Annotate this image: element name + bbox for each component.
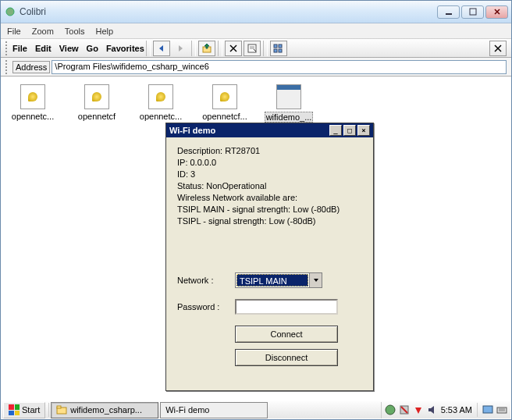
address-bar: Address \Program Files\wifidemo_csharp_w…: [1, 58, 511, 77]
back-button[interactable]: [153, 41, 170, 56]
titlebar: Colibri: [1, 1, 511, 23]
taskbar-button-label: Wi-Fi demo: [165, 405, 209, 415]
dll-icon: [148, 84, 173, 109]
network-select-value: TSIPL MAIN: [236, 274, 308, 287]
svg-rect-1: [446, 13, 452, 15]
wifi-close-button[interactable]: ×: [357, 125, 370, 136]
tmenu-favorites[interactable]: Favorites: [106, 44, 144, 53]
wifi-ip: IP: 0.0.0.0: [177, 157, 362, 169]
wifi-id: ID: 3: [177, 169, 362, 180]
start-label: Start: [22, 405, 40, 415]
file-label: opennetc...: [140, 112, 182, 121]
wifi-body: Description: RT28701 IP: 0.0.0.0 ID: 3 S…: [166, 137, 373, 374]
window-title: Colibri: [20, 6, 437, 17]
app-icon: [4, 5, 16, 18]
chevron-down-icon[interactable]: [309, 273, 322, 287]
address-input[interactable]: \Program Files\wifidemo_csharp_wince6: [52, 60, 507, 74]
wifi-status: Status: NonOperational: [177, 180, 362, 192]
network-select[interactable]: TSIPL MAIN: [235, 272, 322, 288]
up-folder-button[interactable]: [198, 41, 215, 56]
minimize-button[interactable]: [437, 5, 460, 19]
tmenu-file[interactable]: File: [12, 44, 27, 53]
folder-icon: [56, 405, 67, 415]
svg-rect-22: [483, 406, 492, 413]
toolbar-close-button[interactable]: [489, 41, 507, 56]
file-label: opennetc...: [12, 112, 54, 121]
delete-button[interactable]: [225, 41, 242, 56]
emulator-menubar: File Zoom Tools Help: [1, 23, 511, 39]
host-window: Colibri File Zoom Tools Help File Edit V…: [0, 0, 512, 420]
address-label: Address: [12, 61, 50, 73]
wifi-network-1: TSIPL MAIN - signal strength: Low (-80dB…: [177, 204, 362, 215]
forward-button[interactable]: [172, 41, 189, 56]
svg-rect-18: [57, 406, 61, 408]
tray-keyboard-icon[interactable]: [496, 404, 507, 415]
file-label: opennetcf: [78, 112, 116, 121]
wifi-minimize-button[interactable]: _: [329, 125, 342, 136]
dll-icon: [20, 84, 45, 109]
disconnect-button[interactable]: Disconnect: [235, 349, 338, 366]
network-label: Network :: [177, 275, 232, 287]
svg-rect-12: [279, 44, 282, 48]
wifi-network-2: TSIPL - signal strength: Low (-80dB): [177, 215, 362, 227]
tmenu-edit[interactable]: Edit: [35, 44, 52, 53]
password-label: Password :: [177, 301, 232, 313]
views-button[interactable]: [270, 41, 287, 56]
tray-clock[interactable]: 5:53 AM: [441, 405, 472, 415]
addressbar-grip: [5, 60, 9, 74]
tray-network-icon[interactable]: [399, 404, 410, 415]
explorer-toolbar: File Edit View Go Favorites: [1, 39, 511, 58]
password-input[interactable]: [235, 299, 338, 315]
file-area: opennetc... opennetcf opennetc... openne…: [1, 77, 511, 400]
dll-icon: [212, 84, 237, 109]
wifi-titlebar[interactable]: Wi-Fi demo _ □ ×: [166, 123, 373, 137]
taskbar: Start wifidemo_csharp... Wi-Fi demo 5:53…: [2, 400, 510, 418]
wifi-desc: Description: RT28701: [177, 145, 362, 157]
taskbar-button-explorer[interactable]: wifidemo_csharp...: [51, 402, 158, 418]
file-label: opennetcf...: [202, 112, 247, 121]
file-item[interactable]: opennetcf...: [201, 84, 249, 121]
connect-button[interactable]: Connect: [235, 326, 338, 343]
svg-rect-11: [274, 44, 277, 48]
file-item[interactable]: opennetcf: [73, 84, 121, 121]
svg-rect-13: [274, 49, 277, 52]
tray-icon[interactable]: [385, 404, 396, 415]
menu-help[interactable]: Help: [96, 27, 114, 36]
menu-file[interactable]: File: [7, 27, 21, 36]
wifi-title-text: Wi-Fi demo: [169, 126, 328, 135]
system-tray: 5:53 AM: [381, 402, 510, 418]
properties-button[interactable]: [244, 41, 261, 56]
file-item[interactable]: opennetc...: [137, 84, 185, 121]
windows-flag-icon: [9, 404, 20, 415]
wifi-maximize-button[interactable]: □: [343, 125, 356, 136]
svg-rect-14: [279, 49, 282, 52]
taskbar-button-wifi[interactable]: Wi-Fi demo: [160, 402, 268, 418]
wifi-demo-window: Wi-Fi demo _ □ × Description: RT28701 IP…: [165, 123, 374, 391]
close-button[interactable]: [485, 5, 508, 19]
menu-tools[interactable]: Tools: [65, 27, 85, 36]
menu-zoom[interactable]: Zoom: [32, 27, 54, 36]
tray-desktop-icon[interactable]: [482, 404, 493, 415]
file-item[interactable]: opennetc...: [9, 84, 57, 121]
tray-volume-icon[interactable]: [427, 404, 438, 415]
svg-point-19: [386, 405, 395, 415]
svg-rect-2: [470, 9, 476, 15]
dll-icon: [84, 84, 109, 109]
svg-point-0: [6, 8, 14, 16]
maximize-button[interactable]: [461, 5, 484, 19]
tray-wireless-icon[interactable]: [413, 404, 424, 415]
toolbar-grip: [5, 41, 9, 55]
tmenu-go[interactable]: Go: [87, 44, 98, 53]
taskbar-button-label: wifidemo_csharp...: [70, 405, 142, 415]
exe-icon: [276, 84, 301, 109]
wifi-available-label: Wireless Network available are:: [177, 192, 362, 204]
file-label: wifidemo_...: [265, 112, 314, 123]
start-button[interactable]: Start: [3, 402, 45, 418]
file-item-selected[interactable]: wifidemo_...: [265, 84, 313, 123]
tmenu-view[interactable]: View: [59, 44, 79, 53]
